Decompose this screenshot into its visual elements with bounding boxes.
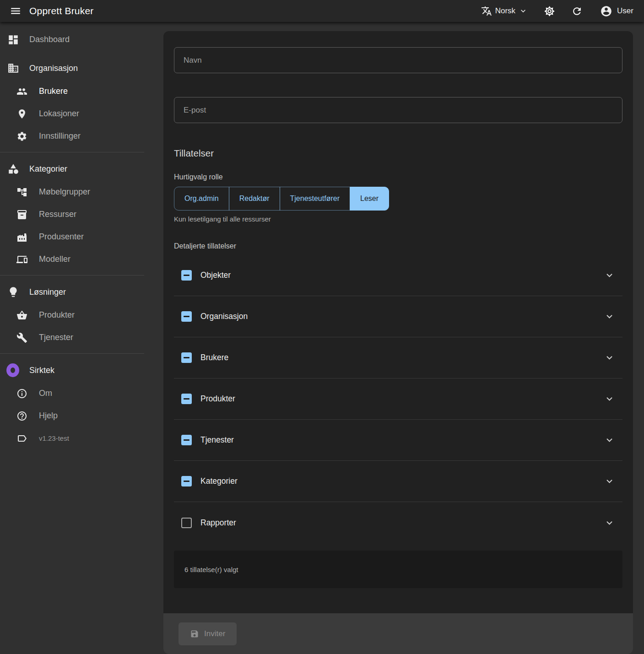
info-icon xyxy=(16,388,27,399)
permissions-accordion: Objekter Organisasjon Brukere Produkter xyxy=(174,255,622,543)
chevron-down-icon[interactable] xyxy=(604,517,615,529)
page-title: Opprett Bruker xyxy=(29,5,94,16)
account-circle-icon xyxy=(600,5,612,17)
role-button-tjenesteutforer[interactable]: Tjenesteutfører xyxy=(280,187,350,211)
name-input-label: Navn xyxy=(184,56,202,65)
translate-icon xyxy=(481,5,492,16)
sidebar-item-organisasjon[interactable]: Organisasjon xyxy=(0,56,144,80)
lightbulb-icon xyxy=(7,286,19,298)
help-icon xyxy=(16,411,27,422)
form-footer: Inviter xyxy=(163,613,633,654)
chevron-down-icon xyxy=(519,6,528,16)
email-input-label: E-post xyxy=(184,106,206,115)
permission-row-organisasjon[interactable]: Organisasjon xyxy=(174,296,622,337)
gear-icon xyxy=(16,131,27,142)
permission-row-objekter[interactable]: Objekter xyxy=(174,255,622,296)
checkbox[interactable] xyxy=(181,476,192,486)
chevron-down-icon[interactable] xyxy=(604,434,615,446)
permissions-summary: 6 tillatelse(r) valgt xyxy=(174,551,622,588)
chevron-down-icon[interactable] xyxy=(604,270,615,281)
factory-icon xyxy=(16,232,27,243)
permission-row-rapporter[interactable]: Rapporter xyxy=(174,502,622,543)
wrench-icon xyxy=(16,332,27,343)
sidebar-divider xyxy=(0,275,144,276)
role-button-redaktor[interactable]: Redaktør xyxy=(229,187,280,211)
user-menu[interactable]: User xyxy=(600,5,633,17)
basket-icon xyxy=(16,310,27,321)
dashboard-icon xyxy=(7,34,19,46)
checkbox[interactable] xyxy=(181,352,192,363)
name-input[interactable]: Navn xyxy=(174,47,622,73)
hamburger-menu-button[interactable] xyxy=(6,2,25,20)
role-button-leser[interactable]: Leser xyxy=(350,187,389,211)
main-content: Navn E-post Tillatelser Hurtigvalg rolle… xyxy=(144,22,644,654)
permission-row-tjenester[interactable]: Tjenester xyxy=(174,420,622,461)
invite-button[interactable]: Inviter xyxy=(179,622,237,645)
sidebar-item-hjelp[interactable]: Hjelp xyxy=(0,405,144,427)
permission-row-brukere[interactable]: Brukere xyxy=(174,337,622,378)
role-button-group: Org.admin Redaktør Tjenesteutfører Leser xyxy=(174,187,389,211)
hamburger-icon xyxy=(10,5,22,17)
permission-row-produkter[interactable]: Produkter xyxy=(174,378,622,420)
devices-icon xyxy=(16,254,27,265)
sidebar-item-tjenester[interactable]: Tjenester xyxy=(0,326,144,349)
quick-role-label: Hurtigvalg rolle xyxy=(174,173,622,181)
sidebar-item-lokasjoner[interactable]: Lokasjoner xyxy=(0,103,144,125)
category-icon xyxy=(7,163,19,175)
theme-toggle-button[interactable] xyxy=(543,5,556,17)
sidebar-item-produsenter[interactable]: Produsenter xyxy=(0,226,144,248)
checkbox[interactable] xyxy=(181,270,192,281)
sidebar-item-losninger[interactable]: Løsninger xyxy=(0,280,144,304)
sidebar-item-ressurser[interactable]: Ressurser xyxy=(0,203,144,226)
people-icon xyxy=(16,86,27,97)
language-selector[interactable]: Norsk xyxy=(481,5,528,16)
role-helper-text: Kun lesetilgang til alle ressurser xyxy=(174,215,622,223)
chevron-down-icon[interactable] xyxy=(604,393,615,405)
role-button-orgadmin[interactable]: Org.admin xyxy=(174,187,229,211)
building-icon xyxy=(7,62,19,74)
refresh-icon xyxy=(571,5,583,17)
email-input[interactable]: E-post xyxy=(174,97,622,123)
sidebar-item-produkter[interactable]: Produkter xyxy=(0,304,144,326)
sidebar-item-dashboard[interactable]: Dashboard xyxy=(0,28,144,51)
sidebar-divider xyxy=(0,353,144,354)
sidebar: Dashboard Organisasjon Brukere Lokasjone… xyxy=(0,22,144,654)
create-user-form: Navn E-post Tillatelser Hurtigvalg rolle… xyxy=(163,31,633,613)
sidebar-item-sirktek[interactable]: Sirktek xyxy=(0,358,144,382)
invite-button-label: Inviter xyxy=(204,629,225,638)
chevron-down-icon[interactable] xyxy=(604,476,615,487)
sirktek-logo xyxy=(7,363,19,377)
brightness-icon xyxy=(543,5,556,17)
app-bar-actions: Norsk xyxy=(481,5,633,17)
user-label: User xyxy=(617,6,633,16)
checkbox[interactable] xyxy=(181,435,192,445)
sidebar-item-om[interactable]: Om xyxy=(0,382,144,405)
sidebar-divider xyxy=(0,152,144,152)
detailed-permissions-label: Detaljerte tillatelser xyxy=(174,242,622,250)
chevron-down-icon[interactable] xyxy=(604,352,615,363)
tag-icon xyxy=(16,433,27,444)
sidebar-item-innstillinger[interactable]: Innstillinger xyxy=(0,125,144,147)
refresh-button[interactable] xyxy=(571,5,583,17)
permission-row-kategorier[interactable]: Kategorier xyxy=(174,461,622,502)
location-pin-icon xyxy=(16,108,27,119)
tree-icon xyxy=(16,187,27,198)
app-bar: Opprett Bruker Norsk xyxy=(0,0,644,22)
sidebar-item-version: v1.23-test xyxy=(0,427,144,449)
checkbox[interactable] xyxy=(181,518,192,528)
inventory-icon xyxy=(16,209,27,220)
sidebar-item-brukere[interactable]: Brukere xyxy=(0,80,144,103)
save-icon xyxy=(190,629,199,638)
checkbox[interactable] xyxy=(181,311,192,322)
chevron-down-icon[interactable] xyxy=(604,311,615,322)
sidebar-item-modeller[interactable]: Modeller xyxy=(0,248,144,270)
permissions-title: Tillatelser xyxy=(174,148,622,159)
checkbox[interactable] xyxy=(181,394,192,404)
sidebar-item-mobelgrupper[interactable]: Møbelgrupper xyxy=(0,181,144,203)
sidebar-item-kategorier[interactable]: Kategorier xyxy=(0,157,144,181)
language-label: Norsk xyxy=(495,6,515,16)
